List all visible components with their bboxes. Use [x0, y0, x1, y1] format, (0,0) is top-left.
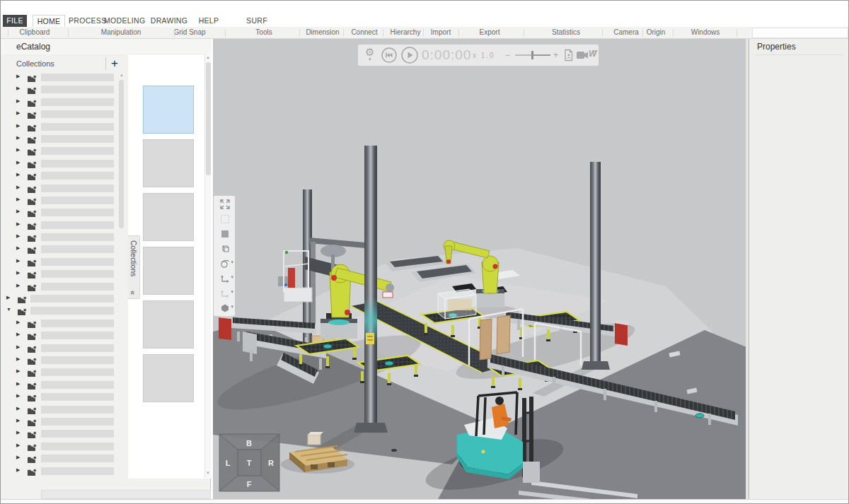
catalog-thumbnail-selected[interactable] — [143, 86, 194, 134]
collection-tree-row[interactable]: ▶ — [1, 342, 117, 354]
tab-surf-analysis[interactable]: SURF ANALYSIS — [229, 15, 285, 27]
collection-tree-row[interactable]: ▶ — [1, 170, 117, 182]
expand-arrow-icon[interactable]: ▶ — [16, 418, 20, 423]
dropdown-icon[interactable]: ▾ — [231, 259, 233, 265]
expand-arrow-icon[interactable]: ▶ — [16, 344, 20, 350]
collection-tree-row[interactable]: ▶ — [1, 231, 117, 243]
add-collection-button[interactable]: + — [108, 56, 121, 71]
collection-tree-row[interactable]: ▶ — [1, 71, 117, 83]
collapse-chevron-icon[interactable]: « — [129, 291, 137, 295]
collection-tree-row[interactable]: ▶ — [1, 366, 117, 378]
expand-arrow-icon[interactable]: ▶ — [16, 86, 20, 91]
expand-arrow-icon[interactable]: ▶ — [16, 368, 20, 374]
scene-canvas[interactable]: B L T R F — [213, 39, 746, 499]
collection-tree-row[interactable]: ▶ — [1, 416, 117, 428]
collection-tree-row[interactable]: ▶ — [1, 133, 117, 145]
expand-arrow-icon[interactable]: ▶ — [16, 381, 20, 387]
scroll-up-icon[interactable]: ▲ — [118, 73, 125, 77]
collection-tree-row[interactable]: ▶ — [1, 281, 117, 293]
expand-arrow-icon[interactable]: ▶ — [16, 406, 20, 411]
expand-arrow-icon[interactable]: ▶ — [16, 332, 20, 337]
fill-mode-button[interactable] — [214, 225, 235, 240]
collection-tree-row[interactable]: ▶ — [1, 121, 117, 133]
expand-arrow-icon[interactable]: ▶ — [16, 356, 20, 362]
collection-tree-row[interactable]: ▶ — [1, 317, 117, 329]
tab-file[interactable]: FILE — [3, 15, 27, 27]
collection-tree-row[interactable]: ▶ — [1, 219, 117, 231]
export-pdf-icon[interactable] — [563, 49, 574, 61]
expand-arrow-icon[interactable]: ▶ — [16, 393, 20, 399]
collection-tree-row[interactable]: ▼ — [1, 305, 117, 317]
dropdown-icon[interactable]: ▾ — [231, 304, 233, 310]
tree-horizontal-scrollbar[interactable] — [41, 490, 211, 499]
collection-tree-row[interactable]: ▶ — [1, 182, 117, 194]
tab-process[interactable]: PROCESS — [69, 15, 99, 27]
expand-arrow-icon[interactable]: ▶ — [16, 147, 20, 153]
collection-tree-row[interactable]: ▶ — [1, 256, 117, 268]
dropdown-icon[interactable]: ▾ — [231, 289, 233, 295]
collection-tree-row[interactable]: ▶ — [1, 268, 117, 280]
wordmark-dropdown-icon[interactable]: ▾ — [594, 49, 597, 54]
expand-arrow-icon[interactable]: ▶ — [16, 160, 20, 165]
expand-arrow-icon[interactable]: ▶ — [16, 135, 20, 141]
collection-tree-row[interactable]: ▶ — [1, 452, 117, 464]
collection-tree-row[interactable]: ▶ — [1, 243, 117, 255]
snap-ball-button[interactable]: ▾ — [214, 300, 235, 315]
scroll-down-icon[interactable]: ▼ — [205, 471, 211, 475]
reset-rewind-icon[interactable] — [381, 47, 398, 64]
expand-arrow-icon[interactable]: ▶ — [16, 110, 20, 116]
expand-arrow-icon[interactable]: ▶ — [16, 320, 20, 325]
speed-decrease-button[interactable]: − — [505, 50, 510, 60]
expand-arrow-icon[interactable]: ▶ — [16, 245, 20, 251]
viewport-3d[interactable]: B L T R F — [213, 39, 746, 499]
expand-arrow-icon[interactable]: ▶ — [16, 455, 20, 460]
catalog-thumbnail[interactable] — [143, 354, 194, 402]
collection-tree-row[interactable]: ▶ — [1, 158, 117, 170]
expand-arrow-icon[interactable]: ▶ — [16, 430, 20, 435]
catalog-thumbnail[interactable] — [143, 193, 194, 241]
scroll-up-icon[interactable]: ▲ — [205, 55, 211, 59]
expand-arrow-icon[interactable]: ▶ — [16, 197, 20, 202]
catalog-thumbnail[interactable] — [143, 247, 194, 295]
collection-tree-row[interactable]: ▶ — [1, 206, 117, 218]
expand-arrow-icon[interactable]: ▶ — [16, 123, 20, 129]
collection-tree-row[interactable]: ▶ — [1, 428, 117, 440]
red-machine-right[interactable] — [615, 320, 629, 346]
collection-tree-row[interactable]: ▶ — [1, 379, 117, 391]
collection-tree-row[interactable]: ▶ — [1, 329, 117, 341]
scrollbar-thumb[interactable] — [206, 62, 211, 175]
tab-modeling[interactable]: MODELING — [104, 15, 145, 27]
collection-tree-row[interactable]: ▶ — [1, 404, 117, 416]
expand-arrow-icon[interactable]: ▶ — [16, 74, 20, 79]
collection-tree-row[interactable]: ▶ — [1, 83, 117, 95]
tab-drawing[interactable]: DRAWING — [150, 15, 188, 27]
expand-arrow-icon[interactable]: ▶ — [16, 467, 20, 473]
collection-tree-row[interactable]: ▶ — [1, 440, 117, 452]
measure-axis-button[interactable]: ▾ — [214, 270, 235, 285]
collections-side-tab[interactable]: Collections « — [128, 235, 140, 299]
collection-tree-row[interactable]: ▶ — [1, 391, 117, 403]
expand-arrow-icon[interactable]: ▶ — [16, 221, 20, 227]
scrollbar-thumb[interactable] — [119, 80, 124, 228]
expand-arrow-icon[interactable]: ▶ — [16, 283, 20, 288]
tab-home[interactable]: HOME — [33, 15, 65, 27]
expand-arrow-icon[interactable]: ▶ — [16, 184, 20, 190]
collection-tree-row[interactable]: ▶ — [1, 194, 117, 206]
catalog-thumbnail[interactable] — [143, 300, 194, 348]
bounding-box-button[interactable] — [214, 240, 235, 255]
play-button-icon[interactable] — [400, 46, 419, 64]
catalog-thumbnail[interactable] — [143, 139, 194, 187]
dropdown-icon[interactable]: ▾ — [231, 274, 233, 280]
expand-arrow-icon[interactable]: ▶ — [16, 233, 20, 239]
tree-scrollbar[interactable]: ▲ ▼ — [118, 71, 125, 504]
collection-tree-row[interactable]: ▶ — [1, 96, 117, 108]
maximize-button[interactable] — [214, 196, 235, 211]
expand-arrow-icon[interactable]: ▶ — [16, 258, 20, 264]
record-video-icon[interactable] — [576, 50, 589, 60]
thumbnail-scrollbar[interactable]: ▲ ▼ — [204, 54, 211, 478]
nav-cube[interactable]: B L T R F — [219, 434, 279, 491]
red-machine-left[interactable] — [219, 314, 233, 340]
expand-arrow-icon[interactable]: ▶ — [16, 209, 20, 214]
speed-increase-button[interactable]: + — [553, 50, 558, 60]
collection-tree-row[interactable]: ▶ — [1, 354, 117, 366]
